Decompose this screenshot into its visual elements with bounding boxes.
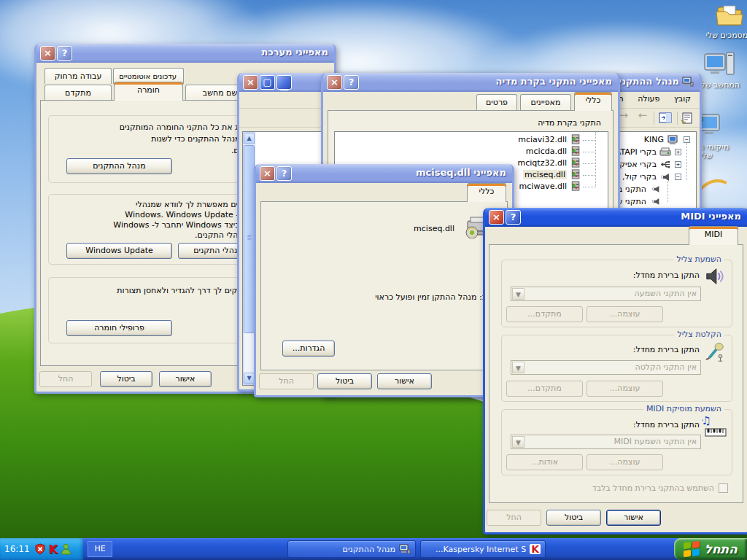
driver-icon — [570, 134, 581, 144]
help-button[interactable]: ? — [344, 75, 359, 90]
window-title: מאפייני mciseq.dll — [416, 167, 506, 178]
toolbar-separator — [677, 112, 678, 125]
titlebar[interactable]: × ? מאפייני מערכת — [36, 44, 334, 63]
driver-icon — [570, 169, 581, 179]
cancel-button[interactable]: ביטול — [546, 510, 601, 526]
hardware-profiles-button[interactable]: פרופילי חומרה — [66, 320, 172, 336]
taskbar-button-device-manager[interactable]: מנהל ההתקנים — [287, 540, 416, 558]
taskbar-button-kaspersky[interactable]: K ...Kaspersky Internet S — [420, 540, 546, 558]
kaspersky-tray-icon[interactable]: K — [49, 542, 58, 556]
taskbar: התחל K ...Kaspersky Internet S מנהל ההתק… — [0, 538, 747, 560]
minimize-button[interactable]: ▁ — [276, 75, 292, 90]
controller-icon — [659, 147, 671, 157]
cancel-button[interactable]: ביטול — [100, 371, 152, 387]
driver-icon — [570, 158, 581, 168]
checkbox-icon — [719, 483, 728, 493]
tree-label: KING — [644, 135, 664, 144]
desktop-icon-my-documents[interactable]: המסמכים שלי — [702, 3, 747, 40]
volume-button: עוצמה... — [587, 454, 663, 470]
tree-line — [583, 175, 596, 176]
recording-device-combo: אין התקני הקלטה ▼ — [511, 360, 701, 375]
chevron-down-icon: ▼ — [512, 436, 525, 448]
scrollbar-grip: ≡≡ — [246, 235, 252, 241]
windows-update-button[interactable]: Windows Update — [66, 243, 172, 259]
help-button[interactable]: ? — [506, 210, 521, 225]
list-item-label: mciavi32.dll — [518, 135, 567, 144]
midi-tab-page: השמעת צליל התקן ברירת מחדל: אין התקני הש… — [489, 244, 743, 503]
window-title: מאפייני התקני בקרת מדיה — [496, 76, 613, 87]
ok-button[interactable]: אישור — [159, 371, 212, 387]
chevron-down-icon: ▼ — [512, 288, 525, 300]
help-button[interactable]: ? — [57, 46, 72, 61]
security-shield-icon[interactable] — [34, 543, 46, 555]
menu-action[interactable]: פעולה — [632, 92, 665, 106]
menu-file[interactable]: קובץ — [668, 92, 697, 106]
volume-button: עוצמה... — [587, 306, 663, 322]
tab-properties[interactable]: מאפיינים — [520, 94, 571, 110]
window-title: מאפייני מערכת — [262, 47, 328, 58]
tree-line — [583, 163, 596, 164]
device-manager-icon — [682, 77, 694, 87]
list-caption: התקני בקרת מדיה — [538, 118, 601, 128]
properties-icon[interactable] — [681, 112, 694, 125]
taskbar-button-label: מנהל ההתקנים — [343, 545, 395, 554]
volume-button: עוצמה... — [587, 381, 663, 397]
general-tab-page: mciseq.dll מצב: מנהל ההתקן זמין ופועל כר… — [260, 201, 508, 370]
folder-icon — [715, 3, 744, 28]
tab-general[interactable]: כללי — [467, 183, 506, 202]
toolbar-separator — [654, 112, 654, 125]
cancel-button[interactable]: ביטול — [317, 373, 372, 389]
close-button[interactable]: × — [260, 166, 275, 181]
group-caption: השמעת מוסיקת MIDI — [643, 404, 724, 413]
icon-label: המסמכים שלי — [702, 31, 747, 40]
maximize-button[interactable]: ▢ — [260, 75, 275, 90]
device-manager-button[interactable]: מנהל ההתקנים — [66, 158, 172, 174]
list-item[interactable]: mciavi32.dll — [335, 134, 608, 146]
speaker-icon — [651, 197, 661, 206]
collapse-icon[interactable]: − — [684, 136, 690, 143]
list-item-label: mciqtz32.dll — [518, 158, 567, 168]
default-only-checkbox-row: השתמש בהתקני ברירת מחדל בלבד — [592, 483, 728, 493]
combo-value: אין התקני השמעת MIDI — [614, 437, 697, 446]
close-button[interactable]: × — [40, 46, 55, 61]
window-mciseq-properties: × ? מאפייני mciseq.dll כללי mciseq.dll מ… — [254, 164, 514, 397]
list-item[interactable]: mcicda.dll — [335, 146, 608, 158]
tab-hardware[interactable]: חומרה — [114, 82, 183, 101]
scroll-down-button[interactable]: ▼ — [244, 373, 255, 384]
checkbox-label: השתמש בהתקני ברירת מחדל בלבד — [592, 483, 714, 493]
messenger-person-icon[interactable] — [61, 543, 71, 555]
tab-advanced[interactable]: מתקדם — [44, 85, 112, 101]
clock[interactable]: 16:11 — [4, 544, 30, 554]
help-button[interactable]: ? — [276, 166, 292, 181]
titlebar[interactable]: × ? מאפייני MIDI — [485, 208, 747, 227]
close-button[interactable]: × — [243, 75, 258, 90]
kaspersky-icon: K — [530, 544, 541, 554]
default-device-label: התקן ברירת מחדל: — [633, 420, 700, 429]
tab-details[interactable]: פרטים — [476, 94, 517, 110]
desktop: { "desktop": { "icons": { "my_documents"… — [0, 0, 747, 560]
settings-button[interactable]: הגדרות... — [282, 341, 335, 357]
about-button: אודות... — [506, 454, 583, 470]
ok-button[interactable]: אישור — [377, 373, 432, 389]
tab-midi[interactable]: MIDI — [689, 226, 738, 245]
expand-icon[interactable]: + — [675, 149, 681, 155]
start-button[interactable]: התחל — [674, 538, 747, 560]
language-label: HE — [94, 544, 105, 553]
microphone-icon — [704, 341, 726, 363]
ok-button[interactable]: אישור — [606, 510, 661, 526]
titlebar[interactable]: × ? מאפייני התקני בקרת מדיה — [323, 73, 618, 92]
apply-button: החל — [259, 373, 314, 389]
language-indicator[interactable]: HE — [88, 541, 112, 557]
tab-general[interactable]: כללי — [574, 92, 612, 111]
collapse-icon[interactable]: − — [675, 174, 681, 180]
close-button[interactable]: × — [489, 210, 504, 225]
console-tree-icon[interactable] — [659, 112, 672, 125]
titlebar[interactable]: × ? מאפייני mciseq.dll — [256, 164, 512, 183]
device-manager-icon — [399, 544, 411, 554]
playback-device-combo: אין התקני השמעה ▼ — [511, 287, 701, 301]
expand-icon[interactable]: + — [675, 161, 681, 168]
tab-remote[interactable]: עבודה מרחוק — [44, 68, 112, 84]
list-item-label: mciseq.dll — [523, 170, 567, 179]
window-title: מנהל ההתקנים — [612, 76, 679, 87]
close-button[interactable]: × — [327, 75, 342, 90]
